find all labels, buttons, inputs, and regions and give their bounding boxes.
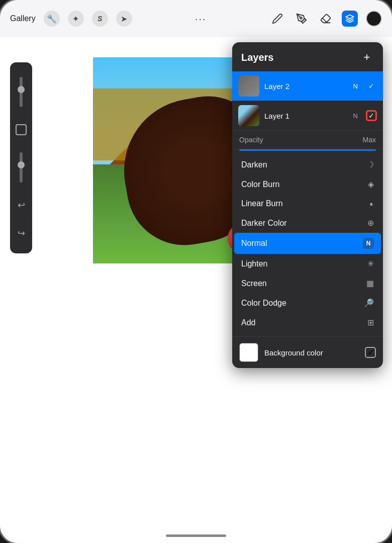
blend-mode-darker-color[interactable]: Darker Color ⊕ — [232, 213, 383, 233]
layers-panel: Layers + Layer 2 N ✓ Layer 1 N ✓ Opacity… — [232, 42, 383, 368]
pen-icon[interactable] — [269, 11, 285, 27]
blend-modes-list: Darken ☽ Color Burn ◈ Linear Burn ⬧ Dark… — [232, 153, 383, 334]
ink-pen-icon[interactable] — [293, 11, 310, 27]
canvas-area: ↩ ↪ Layers + Layer 2 — [0, 37, 392, 543]
add-blend-icon: ⊞ — [367, 318, 374, 327]
lighten-icon: ✳ — [367, 259, 374, 268]
top-bar-right — [269, 11, 382, 27]
background-color-swatch[interactable] — [239, 343, 258, 362]
background-color-row[interactable]: Background color ✓ — [232, 336, 383, 368]
redo-button[interactable]: ↪ — [18, 228, 25, 239]
layer-1-blend-indicator: N — [353, 112, 358, 120]
blend-mode-add[interactable]: Add ⊞ — [232, 313, 383, 332]
blend-mode-screen-label: Screen — [241, 279, 267, 288]
add-layer-button[interactable]: + — [360, 50, 374, 64]
opacity-slider-track[interactable] — [239, 149, 376, 151]
normal-icon: N — [363, 238, 374, 249]
background-color-checkbox[interactable]: ✓ — [365, 347, 376, 358]
blend-mode-lighten[interactable]: Lighten ✳ — [232, 254, 383, 274]
layers-icon[interactable] — [342, 11, 358, 27]
blend-mode-lighten-label: Lighten — [241, 259, 268, 268]
top-bar-center: ··· — [132, 13, 269, 25]
top-bar: Gallery 🔧 ✦ S ➤ ··· — [0, 0, 392, 37]
blend-mode-add-label: Add — [241, 318, 255, 327]
blend-mode-color-dodge-label: Color Dodge — [241, 299, 286, 308]
blend-mode-color-burn-label: Color Burn — [241, 180, 279, 189]
layer-1-name: Layer 1 — [264, 112, 348, 120]
color-burn-icon: ◈ — [368, 179, 374, 189]
top-bar-left: Gallery 🔧 ✦ S ➤ — [10, 11, 132, 27]
color-dodge-icon: 🔎 — [364, 298, 374, 308]
color-picker[interactable] — [366, 11, 382, 27]
blend-mode-color-dodge[interactable]: Color Dodge 🔎 — [232, 293, 383, 313]
blend-mode-normal-label: Normal — [241, 239, 267, 248]
opacity-row: Opacity Max — [232, 131, 383, 149]
blend-mode-darker-color-label: Darker Color — [241, 219, 287, 228]
layer-1-thumbnail — [238, 105, 259, 126]
blend-mode-color-burn[interactable]: Color Burn ◈ — [232, 174, 383, 194]
blend-mode-linear-burn[interactable]: Linear Burn ⬧ — [232, 194, 383, 213]
darker-color-icon: ⊕ — [367, 218, 374, 228]
screen-icon: ▦ — [366, 279, 374, 288]
layer-2-blend-indicator: N — [353, 82, 358, 90]
layer-2-thumbnail — [238, 75, 259, 97]
svg-point-0 — [300, 17, 302, 19]
blend-mode-darken[interactable]: Darken ☽ — [232, 155, 383, 174]
layer-1-visibility[interactable]: ✓ — [366, 110, 377, 121]
layer-2-name: Layer 2 — [264, 82, 348, 90]
overflow-menu[interactable]: ··· — [195, 13, 207, 25]
blend-mode-screen[interactable]: Screen ▦ — [232, 274, 383, 293]
opacity-value: Max — [363, 136, 376, 144]
blend-mode-normal[interactable]: Normal N — [234, 233, 381, 254]
linear-burn-icon: ⬧ — [369, 199, 374, 208]
gallery-button[interactable]: Gallery — [10, 14, 36, 23]
eraser-icon[interactable] — [318, 11, 334, 27]
transform-icon[interactable]: ➤ — [116, 11, 132, 27]
brush-size-slider[interactable] — [20, 77, 23, 107]
layers-title: Layers — [241, 52, 274, 63]
opacity-slider-left[interactable] — [20, 152, 23, 183]
svg-marker-1 — [346, 15, 354, 19]
adjustments-icon[interactable]: ✦ — [68, 11, 84, 27]
shape-tool[interactable] — [16, 124, 27, 135]
undo-button[interactable]: ↩ — [18, 200, 25, 211]
blend-mode-darken-label: Darken — [241, 160, 267, 169]
darken-icon: ☽ — [367, 160, 374, 169]
left-sidebar: ↩ ↪ — [10, 62, 32, 253]
home-indicator — [166, 534, 226, 537]
wrench-icon[interactable]: 🔧 — [44, 11, 60, 27]
smudge-icon[interactable]: S — [92, 11, 108, 27]
layer-row-2[interactable]: Layer 2 N ✓ — [232, 71, 383, 101]
opacity-slider-container — [239, 149, 376, 151]
layer-2-visibility[interactable]: ✓ — [366, 80, 377, 92]
layers-header: Layers + — [232, 42, 383, 71]
blend-mode-linear-burn-label: Linear Burn — [241, 199, 283, 208]
opacity-label: Opacity — [239, 136, 263, 144]
ipad-frame: Gallery 🔧 ✦ S ➤ ··· — [0, 0, 392, 543]
background-color-label: Background color — [264, 348, 359, 357]
layer-row-1[interactable]: Layer 1 N ✓ — [232, 101, 383, 131]
